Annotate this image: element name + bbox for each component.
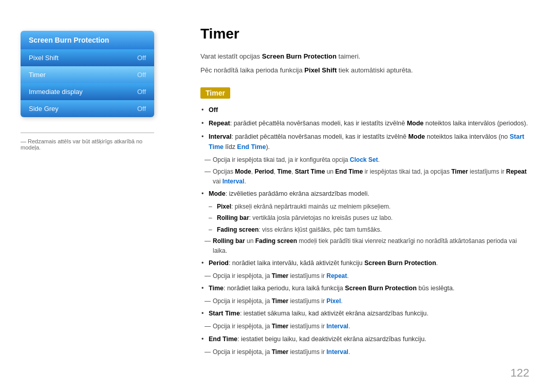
sub-note-rolling-fading: Rolling bar un Fading screen modeļi tiek… bbox=[200, 236, 529, 256]
list-item-interval: Interval: parādiet pēcattēla novēršanas … bbox=[200, 132, 529, 152]
sub-item-pixel: Pixel: pikseļi ekrānā nepārtraukti mainā… bbox=[200, 202, 529, 212]
menu-item-label: Timer bbox=[29, 71, 46, 79]
menu-item-value: Off bbox=[137, 88, 146, 96]
content-list: Off Repeat: parādiet pēcattēla novēršana… bbox=[200, 105, 529, 152]
footnote-area: ― Redzamais attēls var būt atšķirīgs atk… bbox=[21, 133, 154, 151]
list-item-off: Off bbox=[200, 105, 529, 115]
intro-text-2: Pēc norādītā laika perioda funkcija Pixe… bbox=[200, 65, 529, 76]
intro-text-1: Varat iestatīt opcijas Screen Burn Prote… bbox=[200, 51, 529, 62]
list-item-end-time: End Time: iestatiet beigu laiku, kad dea… bbox=[200, 334, 529, 344]
menu-item-label: Pixel Shift bbox=[29, 54, 59, 62]
sub-note-end-time: Opcija ir iespējota, ja Timer iestatījum… bbox=[200, 347, 529, 357]
menu-item-timer[interactable]: Timer Off bbox=[21, 66, 154, 83]
right-panel-wrapper: Timer Varat iestatīt opcijas Screen Burn… bbox=[175, 0, 555, 392]
page-number: 122 bbox=[510, 366, 529, 380]
menu-item-side-grey[interactable]: Side Grey Off bbox=[21, 100, 154, 117]
sub-note-time: Opcija ir iespējota, ja Timer iestatījum… bbox=[200, 296, 529, 306]
menu-item-immediate-display[interactable]: Immediate display Off bbox=[21, 83, 154, 100]
content-list-4: Time: norādiet laika periodu, kura laikā… bbox=[200, 283, 529, 293]
content-list-3: Period: norādiet laika intervālu, kādā a… bbox=[200, 258, 529, 268]
footnote-text: ― Redzamais attēls var būt atšķirīgs atk… bbox=[21, 138, 154, 151]
section-heading: Timer bbox=[200, 87, 230, 99]
menu-item-value: Off bbox=[137, 105, 146, 113]
list-item-mode: Mode: izvēlieties parādāmo ekrāna aizsar… bbox=[200, 189, 529, 199]
menu-header: Screen Burn Protection bbox=[21, 31, 154, 49]
right-panel: Timer Varat iestatīt opcijas Screen Burn… bbox=[175, 0, 555, 375]
list-item-start-time: Start Time: iestatiet sākuma laiku, kad … bbox=[200, 308, 529, 319]
menu-box: Screen Burn Protection Pixel Shift Off T… bbox=[21, 31, 154, 117]
sub-note-clock: Opcija ir iespējota tikai tad, ja ir kon… bbox=[200, 155, 529, 165]
menu-item-value: Off bbox=[137, 71, 146, 79]
content-list-6: End Time: iestatiet beigu laiku, kad dea… bbox=[200, 334, 529, 344]
menu-item-label: Side Grey bbox=[29, 105, 59, 113]
list-item-time: Time: norādiet laika periodu, kura laikā… bbox=[200, 283, 529, 293]
list-item-repeat: Repeat: parādiet pēcattēla novēršanas mo… bbox=[200, 118, 529, 128]
content-list-2: Mode: izvēlieties parādāmo ekrāna aizsar… bbox=[200, 189, 529, 199]
list-item-period: Period: norādiet laika intervālu, kādā a… bbox=[200, 258, 529, 268]
sub-note-start-time: Opcija ir iespējota, ja Timer iestatījum… bbox=[200, 322, 529, 331]
sub-item-rolling-bar: Rolling bar: vertikāla josla pārvietojas… bbox=[200, 213, 529, 223]
menu-item-pixel-shift[interactable]: Pixel Shift Off bbox=[21, 49, 154, 66]
page-title: Timer bbox=[200, 26, 529, 42]
sub-note-period: Opcija ir iespējota, ja Timer iestatījum… bbox=[200, 271, 529, 281]
menu-item-label: Immediate display bbox=[29, 88, 83, 96]
sub-item-fading-screen: Fading screen: viss ekrāns kļūst gaišāks… bbox=[200, 225, 529, 235]
sub-note-mode-period: Opcijas Mode, Period, Time, Start Time u… bbox=[200, 167, 529, 186]
content-list-5: Start Time: iestatiet sākuma laiku, kad … bbox=[200, 308, 529, 319]
left-panel: Screen Burn Protection Pixel Shift Off T… bbox=[0, 0, 175, 392]
menu-item-value: Off bbox=[137, 54, 146, 62]
